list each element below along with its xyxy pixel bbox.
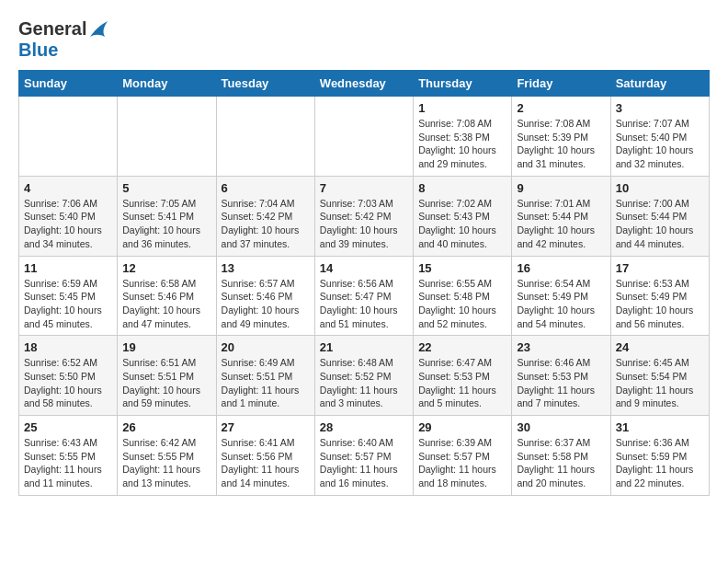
logo-bird-icon	[88, 20, 108, 39]
calendar-cell	[314, 97, 413, 177]
calendar-cell: 20Sunrise: 6:49 AM Sunset: 5:51 PM Dayli…	[216, 336, 314, 416]
day-number: 6	[222, 181, 310, 195]
day-info: Sunrise: 6:39 AM Sunset: 5:57 PM Dayligh…	[418, 436, 506, 490]
calendar-cell: 27Sunrise: 6:41 AM Sunset: 5:56 PM Dayli…	[216, 416, 314, 496]
calendar-week-row: 25Sunrise: 6:43 AM Sunset: 5:55 PM Dayli…	[19, 416, 710, 496]
day-number: 30	[517, 420, 605, 434]
day-info: Sunrise: 6:47 AM Sunset: 5:53 PM Dayligh…	[418, 356, 506, 410]
day-info: Sunrise: 7:02 AM Sunset: 5:43 PM Dayligh…	[418, 197, 506, 251]
day-number: 11	[24, 261, 112, 275]
calendar-cell: 11Sunrise: 6:59 AM Sunset: 5:45 PM Dayli…	[19, 256, 118, 336]
day-number: 7	[320, 181, 408, 195]
day-number: 3	[616, 101, 704, 115]
calendar-table: SundayMondayTuesdayWednesdayThursdayFrid…	[18, 70, 710, 496]
day-info: Sunrise: 7:05 AM Sunset: 5:41 PM Dayligh…	[122, 197, 210, 251]
day-number: 29	[418, 420, 506, 434]
day-number: 5	[122, 181, 210, 195]
calendar-cell: 18Sunrise: 6:52 AM Sunset: 5:50 PM Dayli…	[19, 336, 118, 416]
calendar-cell: 10Sunrise: 7:00 AM Sunset: 5:44 PM Dayli…	[610, 176, 709, 256]
calendar-cell: 5Sunrise: 7:05 AM Sunset: 5:41 PM Daylig…	[118, 176, 216, 256]
day-number: 26	[122, 420, 210, 434]
day-number: 28	[320, 420, 408, 434]
day-info: Sunrise: 6:57 AM Sunset: 5:46 PM Dayligh…	[222, 277, 310, 331]
day-number: 9	[517, 181, 605, 195]
logo-general-text: General	[18, 18, 86, 40]
day-number: 21	[320, 340, 408, 354]
calendar-cell: 22Sunrise: 6:47 AM Sunset: 5:53 PM Dayli…	[414, 336, 512, 416]
calendar-cell: 17Sunrise: 6:53 AM Sunset: 5:49 PM Dayli…	[610, 256, 709, 336]
day-number: 16	[517, 261, 605, 275]
calendar-cell: 7Sunrise: 7:03 AM Sunset: 5:42 PM Daylig…	[314, 176, 413, 256]
calendar-cell: 21Sunrise: 6:48 AM Sunset: 5:52 PM Dayli…	[314, 336, 413, 416]
day-info: Sunrise: 6:53 AM Sunset: 5:49 PM Dayligh…	[616, 277, 704, 331]
calendar-cell: 31Sunrise: 6:36 AM Sunset: 5:59 PM Dayli…	[610, 416, 709, 496]
header-wednesday: Wednesday	[314, 71, 413, 97]
day-info: Sunrise: 6:43 AM Sunset: 5:55 PM Dayligh…	[24, 436, 112, 490]
calendar-week-row: 18Sunrise: 6:52 AM Sunset: 5:50 PM Dayli…	[19, 336, 710, 416]
header-monday: Monday	[118, 71, 216, 97]
day-number: 13	[222, 261, 310, 275]
calendar-cell: 29Sunrise: 6:39 AM Sunset: 5:57 PM Dayli…	[414, 416, 512, 496]
logo: General Blue	[18, 18, 108, 61]
day-number: 15	[418, 261, 506, 275]
day-info: Sunrise: 7:01 AM Sunset: 5:44 PM Dayligh…	[517, 197, 605, 251]
calendar-cell: 19Sunrise: 6:51 AM Sunset: 5:51 PM Dayli…	[118, 336, 216, 416]
calendar-cell: 23Sunrise: 6:46 AM Sunset: 5:53 PM Dayli…	[512, 336, 610, 416]
day-number: 2	[517, 101, 605, 115]
calendar-cell: 2Sunrise: 7:08 AM Sunset: 5:39 PM Daylig…	[512, 97, 610, 177]
calendar-cell: 26Sunrise: 6:42 AM Sunset: 5:55 PM Dayli…	[118, 416, 216, 496]
day-info: Sunrise: 6:56 AM Sunset: 5:47 PM Dayligh…	[320, 277, 408, 331]
day-number: 24	[616, 340, 704, 354]
calendar-cell: 28Sunrise: 6:40 AM Sunset: 5:57 PM Dayli…	[314, 416, 413, 496]
day-number: 4	[24, 181, 112, 195]
calendar-header-row: SundayMondayTuesdayWednesdayThursdayFrid…	[19, 71, 710, 97]
day-info: Sunrise: 6:36 AM Sunset: 5:59 PM Dayligh…	[616, 436, 704, 490]
calendar-cell	[19, 97, 118, 177]
header-thursday: Thursday	[414, 71, 512, 97]
day-number: 23	[517, 340, 605, 354]
day-info: Sunrise: 6:40 AM Sunset: 5:57 PM Dayligh…	[320, 436, 408, 490]
calendar-cell: 15Sunrise: 6:55 AM Sunset: 5:48 PM Dayli…	[414, 256, 512, 336]
calendar-cell: 1Sunrise: 7:08 AM Sunset: 5:38 PM Daylig…	[414, 97, 512, 177]
calendar-cell: 6Sunrise: 7:04 AM Sunset: 5:42 PM Daylig…	[216, 176, 314, 256]
day-info: Sunrise: 6:51 AM Sunset: 5:51 PM Dayligh…	[122, 356, 210, 410]
day-info: Sunrise: 7:07 AM Sunset: 5:40 PM Dayligh…	[616, 117, 704, 171]
day-number: 10	[616, 181, 704, 195]
day-info: Sunrise: 7:08 AM Sunset: 5:38 PM Dayligh…	[418, 117, 506, 171]
day-info: Sunrise: 6:54 AM Sunset: 5:49 PM Dayligh…	[517, 277, 605, 331]
calendar-cell: 24Sunrise: 6:45 AM Sunset: 5:54 PM Dayli…	[610, 336, 709, 416]
day-number: 31	[616, 420, 704, 434]
calendar-cell: 14Sunrise: 6:56 AM Sunset: 5:47 PM Dayli…	[314, 256, 413, 336]
header: General Blue	[18, 18, 710, 61]
day-info: Sunrise: 6:41 AM Sunset: 5:56 PM Dayligh…	[222, 436, 310, 490]
day-info: Sunrise: 6:46 AM Sunset: 5:53 PM Dayligh…	[517, 356, 605, 410]
day-number: 27	[222, 420, 310, 434]
header-saturday: Saturday	[610, 71, 709, 97]
day-number: 1	[418, 101, 506, 115]
logo-blue-text: Blue	[18, 40, 58, 61]
calendar-cell: 4Sunrise: 7:06 AM Sunset: 5:40 PM Daylig…	[19, 176, 118, 256]
calendar-cell	[118, 97, 216, 177]
calendar-week-row: 11Sunrise: 6:59 AM Sunset: 5:45 PM Dayli…	[19, 256, 710, 336]
day-number: 18	[24, 340, 112, 354]
day-number: 12	[122, 261, 210, 275]
day-info: Sunrise: 7:00 AM Sunset: 5:44 PM Dayligh…	[616, 197, 704, 251]
calendar-cell	[216, 97, 314, 177]
day-number: 19	[122, 340, 210, 354]
day-number: 8	[418, 181, 506, 195]
day-info: Sunrise: 6:58 AM Sunset: 5:46 PM Dayligh…	[122, 277, 210, 331]
day-info: Sunrise: 6:52 AM Sunset: 5:50 PM Dayligh…	[24, 356, 112, 410]
calendar-cell: 3Sunrise: 7:07 AM Sunset: 5:40 PM Daylig…	[610, 97, 709, 177]
day-info: Sunrise: 6:37 AM Sunset: 5:58 PM Dayligh…	[517, 436, 605, 490]
day-number: 20	[222, 340, 310, 354]
header-tuesday: Tuesday	[216, 71, 314, 97]
day-info: Sunrise: 6:42 AM Sunset: 5:55 PM Dayligh…	[122, 436, 210, 490]
calendar-week-row: 1Sunrise: 7:08 AM Sunset: 5:38 PM Daylig…	[19, 97, 710, 177]
day-number: 25	[24, 420, 112, 434]
day-number: 14	[320, 261, 408, 275]
header-sunday: Sunday	[19, 71, 118, 97]
day-info: Sunrise: 6:59 AM Sunset: 5:45 PM Dayligh…	[24, 277, 112, 331]
header-friday: Friday	[512, 71, 610, 97]
day-info: Sunrise: 6:55 AM Sunset: 5:48 PM Dayligh…	[418, 277, 506, 331]
calendar-cell: 13Sunrise: 6:57 AM Sunset: 5:46 PM Dayli…	[216, 256, 314, 336]
